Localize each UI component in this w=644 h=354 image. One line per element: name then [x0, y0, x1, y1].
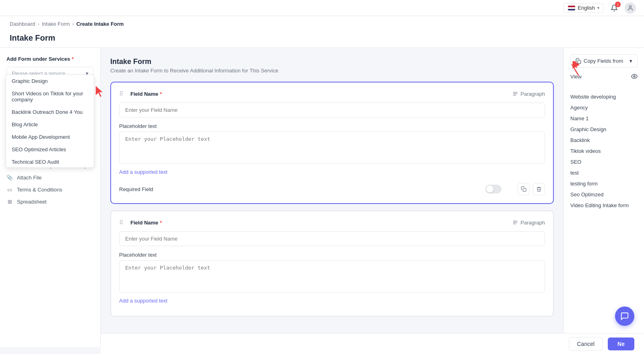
component-spreadsheet[interactable]: ⊞ Spreadsheet — [6, 196, 94, 208]
copy-item-4[interactable]: Backlink — [570, 136, 638, 144]
copy-item-7[interactable]: test — [570, 169, 638, 177]
breadcrumb-sep2: › — [72, 21, 74, 27]
attach-file-icon: 📎 — [6, 174, 13, 181]
spreadsheet-icon: ⊞ — [6, 198, 13, 205]
required-row-0: Required Field — [119, 183, 545, 195]
field-type-1: Paragraph — [512, 220, 545, 226]
copy-item-1[interactable]: Agency — [570, 103, 638, 112]
user-avatar[interactable] — [625, 2, 636, 14]
dropdown-item-3[interactable]: Blog Article — [6, 118, 94, 131]
copy-field-button-0[interactable] — [518, 183, 530, 195]
trash-icon — [536, 186, 542, 192]
chevron-down-icon: ▾ — [597, 6, 599, 10]
breadcrumb-sep1: › — [38, 21, 39, 27]
dropdown-item-5[interactable]: SEO Optimized Articles — [6, 143, 94, 156]
copy-item-5[interactable]: Tiktok videos — [570, 147, 638, 155]
form-subtitle: Create an Intake Form to Receive Additio… — [110, 68, 554, 74]
dropdown-item-1[interactable]: Short Videos on Tiktok for your company — [6, 87, 94, 106]
placeholder-textarea-0[interactable] — [119, 132, 545, 164]
next-button[interactable]: Ne — [608, 338, 634, 350]
field-name-input-0[interactable] — [119, 103, 545, 117]
component-terms[interactable]: ▭ Terms & Conditions — [6, 183, 94, 196]
copy-items-list: Website developing Agency Name 1 Graphic… — [570, 93, 638, 210]
eye-icon[interactable] — [631, 73, 638, 80]
copy-item-2[interactable]: Name 1 — [570, 114, 638, 123]
copy-fields-chevron: ▾ — [630, 58, 632, 64]
page-title-bar: Intake Form — [0, 30, 644, 48]
breadcrumb-intake-form[interactable]: Intake Form — [42, 21, 70, 27]
flag-icon — [568, 6, 575, 10]
field-card-0-header: ⠿ Field Name * Paragraph — [119, 91, 545, 97]
delete-field-button-0[interactable] — [533, 183, 545, 195]
field-name-input-1[interactable] — [119, 231, 545, 246]
field-card-1-header: ⠿ Field Name * Paragraph — [119, 219, 545, 226]
annotation-arrow — [566, 61, 586, 77]
notification-badge: 1 — [615, 2, 621, 7]
notification-button[interactable]: 1 — [609, 2, 620, 14]
svg-point-0 — [629, 6, 631, 8]
copy-item-8[interactable]: testing form — [570, 179, 638, 188]
user-icon — [627, 5, 634, 11]
language-label: English — [578, 5, 595, 11]
field-card-0: ⠿ Field Name * Paragraph Placeholder tex… — [110, 82, 554, 204]
field-name-label-0: Field Name * — [130, 91, 162, 97]
field-name-label-1: Field Name * — [130, 220, 162, 226]
topbar: English ▾ 1 — [0, 0, 644, 16]
paragraph-type-icon-1 — [512, 220, 518, 225]
svg-point-9 — [634, 76, 635, 77]
service-dropdown-list: Graphic Design Short Videos on Tiktok fo… — [6, 75, 94, 167]
add-supported-0[interactable]: Add a supported text — [119, 169, 167, 175]
bottom-bar: Cancel Ne — [101, 333, 644, 354]
copy-fields-label: Copy Fields from — [584, 58, 623, 64]
copy-item-3[interactable]: Graphic Design — [570, 125, 638, 134]
breadcrumb-create: Create Intake Form — [76, 21, 124, 27]
drag-handle-0[interactable]: ⠿ — [119, 91, 123, 97]
service-dropdown: Graphic Design Short Videos on Tiktok fo… — [6, 74, 94, 168]
add-supported-1[interactable]: Add a supported text — [119, 298, 167, 304]
placeholder-textarea-1[interactable] — [119, 260, 545, 292]
copy-item-6[interactable]: SEO — [570, 158, 638, 166]
left-sidebar: Add Form under Services * Please select … — [0, 48, 101, 347]
dropdown-item-2[interactable]: Backlink Outreach Done 4 You — [6, 106, 94, 118]
right-panel: Copy Fields from ▾ View Website de — [564, 48, 644, 347]
terms-icon: ▭ — [6, 186, 13, 193]
component-attach-file[interactable]: 📎 Attach File — [6, 171, 94, 183]
add-form-section-title: Add Form under Services * — [6, 56, 94, 62]
field-card-1: ⠿ Field Name * Paragraph Placeholder tex… — [110, 210, 554, 317]
form-title: Intake Form — [110, 58, 554, 66]
required-toggle-0[interactable] — [485, 185, 502, 193]
chat-bubble[interactable] — [615, 307, 634, 326]
main-layout: Add Form under Services * Please select … — [0, 48, 644, 347]
svg-rect-4 — [523, 188, 526, 191]
copy-item-10[interactable]: Video Editing Intake form — [570, 201, 638, 210]
required-star: * — [72, 56, 74, 62]
dropdown-item-6[interactable]: Technical SEO Audit — [6, 156, 94, 167]
card-actions-0 — [518, 183, 545, 195]
breadcrumb-dashboard[interactable]: Dashboard — [10, 21, 35, 27]
breadcrumb: Dashboard › Intake Form › Create Intake … — [0, 16, 644, 30]
dropdown-item-4[interactable]: Mobile App Development — [6, 131, 94, 143]
component-label-8: Spreadsheet — [17, 199, 47, 205]
cancel-button[interactable]: Cancel — [569, 337, 603, 351]
toggle-thumb-0 — [486, 185, 493, 193]
placeholder-label-0: Placeholder text — [119, 123, 545, 129]
copy-icon — [521, 186, 526, 192]
language-selector[interactable]: English ▾ — [564, 3, 604, 12]
form-header: Intake Form Create an Intake Form to Rec… — [110, 58, 554, 74]
component-label-6: Attach File — [17, 175, 41, 181]
component-label-7: Terms & Conditions — [17, 187, 62, 193]
placeholder-label-1: Placeholder text — [119, 252, 545, 258]
dropdown-item-0[interactable]: Graphic Design — [6, 75, 94, 87]
paragraph-type-icon — [512, 91, 518, 97]
field-type-0: Paragraph — [512, 91, 545, 97]
drag-handle-1[interactable]: ⠿ — [119, 219, 123, 226]
copy-item-0[interactable]: Website developing — [570, 93, 638, 101]
required-field-label-0: Required Field — [119, 186, 153, 192]
copy-item-9[interactable]: Seo Optimzed — [570, 190, 638, 199]
chat-icon — [620, 312, 629, 321]
center-content: Intake Form Create an Intake Form to Rec… — [101, 48, 564, 347]
page-title: Intake Form — [10, 33, 634, 43]
